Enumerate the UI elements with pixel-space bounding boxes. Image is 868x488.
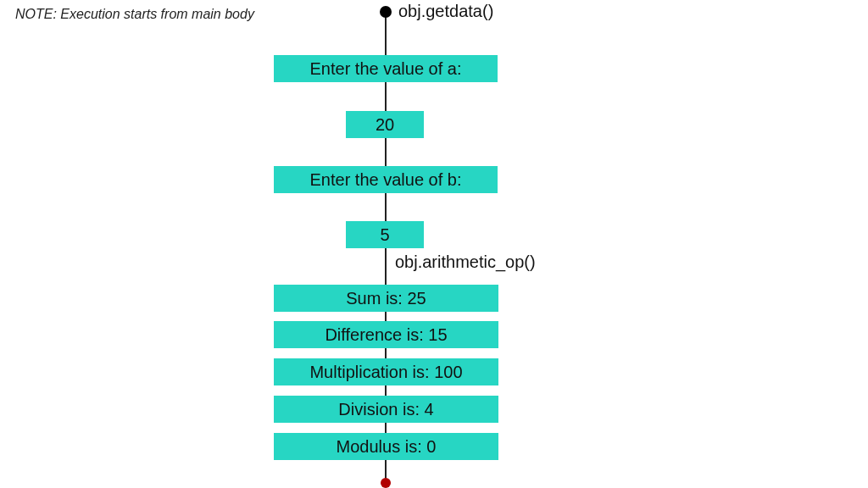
box-mult: Multiplication is: 100 [274, 358, 498, 385]
start-dot [380, 6, 392, 18]
box-div: Division is: 4 [274, 396, 498, 423]
note-text: NOTE: Execution starts from main body [15, 7, 254, 22]
end-dot [381, 478, 391, 488]
box-diff: Difference is: 15 [274, 321, 498, 348]
box-val-a: 20 [346, 111, 424, 138]
box-prompt-a: Enter the value of a: [274, 55, 498, 82]
box-mod: Modulus is: 0 [274, 433, 498, 460]
box-val-b: 5 [346, 221, 424, 248]
box-prompt-b: Enter the value of b: [274, 166, 498, 193]
call-arithmetic-op: obj.arithmetic_op() [395, 252, 536, 272]
box-sum: Sum is: 25 [274, 285, 498, 312]
call-getdata: obj.getdata() [398, 2, 493, 21]
